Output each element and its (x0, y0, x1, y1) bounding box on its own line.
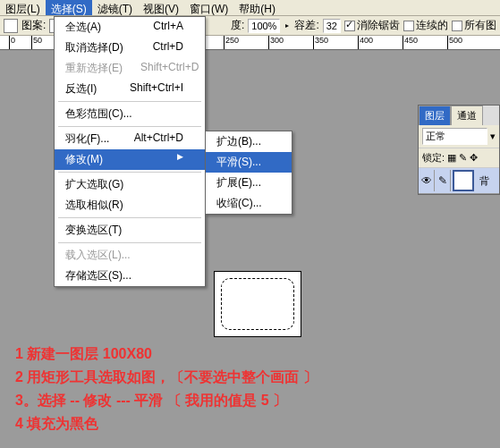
submenu-item[interactable]: 收缩(C)... (206, 193, 292, 214)
menu-window[interactable]: 窗口(W) (184, 0, 233, 15)
menu-item[interactable]: 存储选区(S)... (55, 266, 205, 286)
menu-item[interactable]: 羽化(F)...Alt+Ctrl+D (55, 129, 205, 149)
select-menu-dropdown: 全选(A)Ctrl+A取消选择(D)Ctrl+D重新选择(E)Shift+Ctr… (54, 16, 206, 287)
menu-select[interactable]: 选择(S) (46, 0, 92, 15)
menubar: 图层(L) 选择(S) 滤镜(T) 视图(V) 窗口(W) 帮助(H) (0, 0, 500, 16)
canvas-preview (214, 271, 301, 337)
menu-item[interactable]: 修改(M)▶ (55, 149, 205, 170)
lock-transparent-icon[interactable]: ▦ (447, 152, 456, 164)
lock-paint-icon[interactable]: ✎ (459, 152, 467, 164)
chevron-down-icon[interactable]: ▾ (490, 131, 496, 142)
brush-icon[interactable]: ✎ (435, 170, 451, 191)
contiguous-checkbox[interactable]: 连续的 (403, 18, 448, 33)
tolerance-label: 度: (231, 18, 244, 33)
menu-view[interactable]: 视图(V) (138, 0, 184, 15)
menu-item[interactable]: 变换选区(T) (55, 220, 205, 241)
tab-channels[interactable]: 通道 (451, 106, 483, 125)
submenu-item[interactable]: 扩边(B)... (206, 131, 292, 152)
chevron-right-icon[interactable]: ▸ (284, 21, 291, 30)
submenu-item[interactable]: 扩展(E)... (206, 173, 292, 193)
menu-item[interactable]: 全选(A)Ctrl+A (55, 17, 205, 38)
eye-icon[interactable]: 👁 (419, 170, 435, 191)
menu-filter[interactable]: 滤镜(T) (92, 0, 138, 15)
layer-row[interactable]: 👁 ✎ 背 (419, 168, 499, 194)
tolerance-field[interactable]: 100% (248, 19, 280, 33)
menu-item[interactable]: 色彩范围(C)... (55, 104, 205, 124)
pattern-label: 图案: (21, 18, 46, 33)
tab-layers[interactable]: 图层 (419, 106, 451, 125)
alllayers-checkbox[interactable]: 所有图 (452, 18, 496, 33)
submenu-item[interactable]: 平滑(S)... (206, 152, 292, 173)
modify-submenu: 扩边(B)...平滑(S)...扩展(E)...收缩(C)... (205, 131, 292, 215)
antialias-checkbox[interactable]: 消除锯齿 (344, 18, 400, 33)
menu-item[interactable]: 扩大选取(G) (55, 174, 205, 195)
instructions-text: 1 新建一图层 100X80 2 用矩形工具选取如图，〔不要选中整个画面 〕 3… (15, 342, 318, 435)
layer-thumbnail[interactable] (453, 170, 474, 191)
feather-label: 容差: (294, 18, 318, 33)
menu-item[interactable]: 取消选择(D)Ctrl+D (55, 38, 205, 58)
menu-help[interactable]: 帮助(H) (233, 0, 281, 15)
layer-name-label: 背 (476, 174, 493, 188)
feather-field[interactable]: 32 (323, 19, 341, 33)
menu-layer[interactable]: 图层(L) (0, 0, 46, 15)
blend-mode-select[interactable]: 正常 (422, 128, 487, 145)
layers-panel: 图层 通道 正常 ▾ 锁定: ▦ ✎ ✥ 👁 ✎ 背 (418, 105, 500, 195)
menu-item: 载入选区(L)... (55, 245, 205, 266)
menu-item[interactable]: 反选(I)Shift+Ctrl+I (55, 79, 205, 99)
tool-icon[interactable] (4, 19, 18, 33)
lock-move-icon[interactable]: ✥ (470, 152, 478, 164)
menu-item[interactable]: 选取相似(R) (55, 195, 205, 216)
lock-label: 锁定: (422, 151, 445, 165)
menu-item: 重新选择(E)Shift+Ctrl+D (55, 58, 205, 79)
marquee-selection (221, 278, 294, 330)
